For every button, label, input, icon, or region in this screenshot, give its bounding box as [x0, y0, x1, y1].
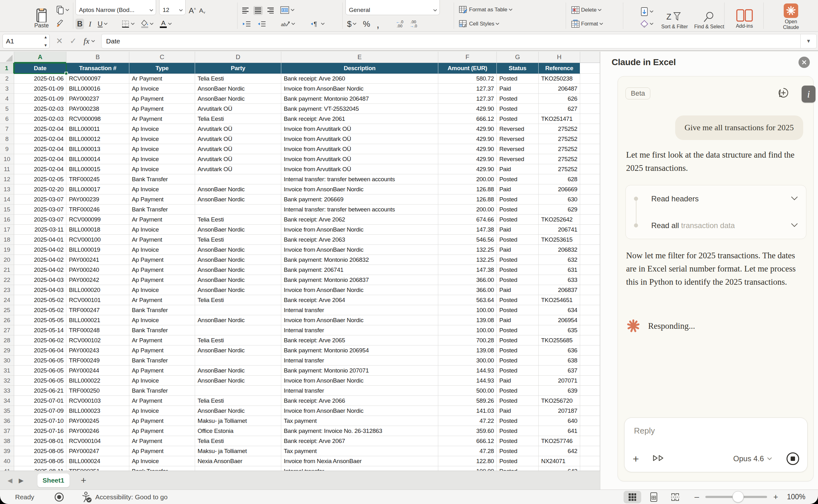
cell[interactable]: Invoice from Arvutitark OÜ [281, 134, 438, 144]
cell[interactable]: Posted [497, 426, 539, 436]
cell[interactable]: RCV000103 [66, 396, 129, 406]
cell[interactable]: Internal transfer: transfer between acco… [281, 204, 438, 215]
attach-button[interactable]: + [633, 454, 639, 463]
cell[interactable]: Bank payment: Invoice No. 26-312863 [281, 426, 438, 436]
paste-button[interactable]: Paste [34, 12, 49, 31]
cell[interactable]: 2025-06-05 [14, 356, 66, 366]
cell[interactable]: PAY000246 [66, 426, 129, 436]
cell[interactable]: Bank Transfer [129, 204, 195, 215]
cell[interactable]: Bank Transfer [129, 305, 195, 315]
cell[interactable]: Bank payment: Montonio 206837 [281, 275, 438, 285]
cell[interactable]: 2025-08-05 [14, 456, 66, 466]
cell[interactable]: 2025-01-09 [14, 94, 66, 104]
cell[interactable]: Maksu- ja Tolliamet [195, 446, 281, 456]
format-painter-button[interactable] [54, 18, 71, 28]
cell[interactable]: 2025-04-02 [14, 245, 66, 255]
cell[interactable]: Posted [497, 366, 539, 376]
cell[interactable]: 2025-05-02 [14, 305, 66, 315]
cell[interactable]: 206837 [539, 285, 580, 295]
cell[interactable]: AnsonBaer Nordic [195, 84, 281, 94]
cell[interactable]: 206487 [539, 84, 580, 94]
row-number[interactable]: 39 [0, 446, 14, 456]
cell[interactable]: BILL000019 [66, 245, 129, 255]
row-number[interactable]: 10 [0, 154, 14, 164]
cell[interactable]: 2025-02-04 [14, 154, 66, 164]
row-number[interactable]: 8 [0, 134, 14, 144]
cell[interactable]: AnsonBaer Nordic [195, 94, 281, 104]
cell[interactable]: 359.60 [438, 426, 497, 436]
cell[interactable]: Internal transfer: transfer between acco… [281, 174, 438, 184]
cell[interactable]: 632 [539, 255, 580, 265]
column-header-a[interactable]: A [14, 52, 66, 63]
delete-cells-button[interactable]: Delete [569, 5, 603, 15]
cell[interactable]: Paid [497, 184, 539, 194]
cell[interactable]: 139.08 [438, 315, 497, 325]
tool-step-read-transactions[interactable]: Read all transaction data [626, 212, 806, 239]
cell[interactable]: BILL000014 [66, 154, 129, 164]
cell[interactable]: Ar Payment [129, 436, 195, 446]
cell[interactable]: Ap Payment [129, 275, 195, 285]
cell[interactable]: 429.90 [438, 164, 497, 174]
cell[interactable] [580, 295, 600, 305]
currency-button[interactable]: $ [345, 18, 358, 30]
row-number[interactable]: 35 [0, 406, 14, 416]
cell[interactable]: 429.90 [438, 134, 497, 144]
column-header-c[interactable]: C [129, 52, 195, 63]
confirm-entry-icon[interactable]: ✓ [70, 36, 77, 46]
cell[interactable]: Bank Transfer [129, 356, 195, 366]
column-header-partial[interactable] [580, 52, 600, 63]
cell[interactable]: Telia Eesti [195, 74, 281, 84]
cell[interactable]: 100.00 [438, 305, 497, 315]
row-number[interactable]: 22 [0, 275, 14, 285]
cell[interactable]: 47.28 [438, 446, 497, 456]
cell[interactable]: Bank payment: Montonio 207071 [281, 366, 438, 376]
row-number[interactable]: 40 [0, 456, 14, 466]
row-number[interactable]: 15 [0, 204, 14, 215]
row-number[interactable]: 12 [0, 174, 14, 184]
cell[interactable]: PAY000239 [66, 194, 129, 204]
cell[interactable]: Amount (EUR) [438, 63, 497, 74]
cell[interactable]: Posted [497, 275, 539, 285]
cell[interactable]: 147.38 [438, 225, 497, 235]
reply-input[interactable]: Reply + Opus 4.6 [624, 417, 808, 472]
cell[interactable]: 47.22 [438, 416, 497, 426]
cell[interactable] [580, 366, 600, 376]
cell-styles-button[interactable]: Cell Styles [457, 19, 501, 29]
cell[interactable]: PAY000241 [66, 255, 129, 265]
cell[interactable]: TRF000245 [66, 174, 129, 184]
cell[interactable]: AnsonBaer Nordic [195, 225, 281, 235]
cell[interactable]: BILL000012 [66, 134, 129, 144]
cell[interactable]: Invoice from Arvutitark OÜ [281, 124, 438, 134]
cell[interactable]: PAY000245 [66, 416, 129, 426]
cell[interactable]: Internal transfer [281, 356, 438, 366]
cell[interactable] [580, 406, 600, 416]
row-number[interactable]: 2 [0, 74, 14, 84]
cell[interactable]: Bank receipt: Arve 2060 [281, 74, 438, 84]
cell[interactable]: 2025-03-07 [14, 215, 66, 225]
cell[interactable]: 139.08 [438, 345, 497, 356]
cell[interactable]: 2025-05-02 [14, 295, 66, 305]
row-number[interactable]: 6 [0, 114, 14, 124]
cell[interactable] [580, 104, 600, 114]
cell[interactable] [580, 436, 600, 446]
cell[interactable]: 2025-02-04 [14, 134, 66, 144]
macro-record-icon[interactable] [54, 492, 64, 502]
cell[interactable]: TRF000246 [66, 204, 129, 215]
cell[interactable]: Invoice from AnsonBaer Nordic [281, 245, 438, 255]
page-break-view-button[interactable] [666, 491, 684, 503]
cell[interactable] [580, 396, 600, 406]
cell[interactable]: Bank payment: Montonio 206487 [281, 94, 438, 104]
cell[interactable]: Ap Invoice [129, 315, 195, 325]
cell[interactable]: 563.64 [438, 295, 497, 305]
cell[interactable]: 144.93 [438, 376, 497, 386]
cell[interactable]: 637 [539, 366, 580, 376]
row-number[interactable]: 5 [0, 104, 14, 114]
cell[interactable]: 2025-07-10 [14, 416, 66, 426]
cell[interactable]: 2025-07-16 [14, 426, 66, 436]
cell[interactable] [580, 164, 600, 174]
cell[interactable]: TKO255685 [539, 335, 580, 345]
cell[interactable]: 2025-03-07 [14, 204, 66, 215]
format-cells-button[interactable]: Format [569, 19, 605, 29]
cell[interactable]: Ap Payment [129, 94, 195, 104]
row-number[interactable]: 29 [0, 345, 14, 356]
